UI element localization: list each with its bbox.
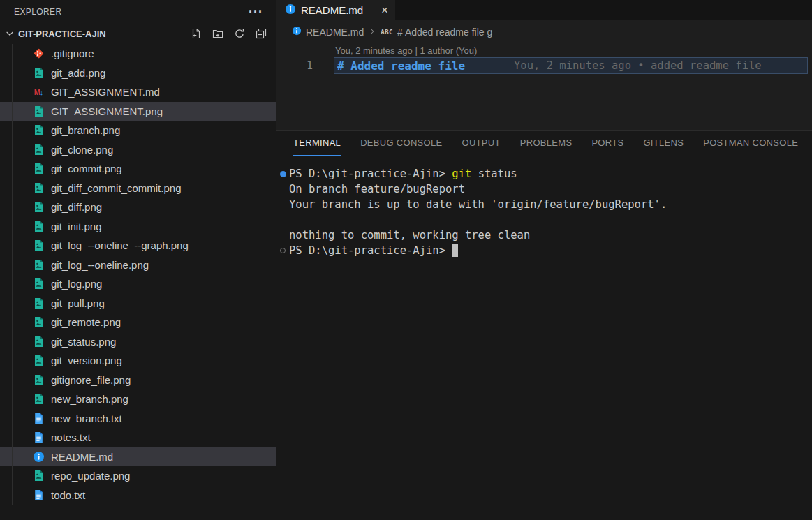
new-folder-icon[interactable] xyxy=(212,27,224,40)
file-name: GIT_ASSIGNMENT.png xyxy=(51,105,163,117)
terminal-line xyxy=(276,212,812,228)
folder-header[interactable]: GIT-PRACTICE-AJIN xyxy=(0,23,276,44)
image-file-icon xyxy=(33,105,45,117)
markdown-heading-text: # Added readme file xyxy=(337,59,465,73)
file-name: notes.txt xyxy=(51,431,91,443)
file-row[interactable]: git_log.png xyxy=(0,274,276,294)
collapse-all-icon[interactable] xyxy=(255,27,267,40)
file-row[interactable]: GIT_ASSIGNMENT.png xyxy=(0,102,276,121)
text-file-icon xyxy=(33,431,45,443)
file-row[interactable]: git_version.png xyxy=(0,351,276,371)
image-file-icon xyxy=(33,393,45,405)
image-file-icon xyxy=(33,124,45,136)
panel-tab-bar: TERMINALDEBUG CONSOLEOUTPUTPROBLEMSPORTS… xyxy=(276,131,812,156)
file-row[interactable]: git_diff.png xyxy=(0,198,276,217)
terminal-command-args: status xyxy=(471,168,517,180)
file-row[interactable]: git_commit.png xyxy=(0,159,276,179)
image-file-icon xyxy=(33,67,45,79)
current-line-highlight: # Added readme file You, 2 minutes ago •… xyxy=(334,57,808,74)
refresh-icon[interactable] xyxy=(233,27,246,40)
explorer-header: EXPLORER ··· xyxy=(0,0,276,23)
file-list: .gitignoregit_add.pngM↓GIT_ASSIGNMENT.md… xyxy=(0,44,276,505)
explorer-sidebar: EXPLORER ··· GIT-PRACTICE-AJIN xyxy=(0,0,276,520)
editor-content[interactable]: You, 2 minutes ago | 1 author (You) 1 # … xyxy=(276,43,812,130)
panel-tab-ports[interactable]: PORTS xyxy=(591,131,623,156)
image-file-icon xyxy=(33,221,45,232)
image-file-icon xyxy=(33,470,45,482)
file-name: git_log_--oneline.png xyxy=(51,259,149,271)
more-actions-icon[interactable]: ··· xyxy=(249,8,263,15)
file-row[interactable]: M↓GIT_ASSIGNMENT.md xyxy=(0,82,276,102)
file-row[interactable]: git_clone.png xyxy=(0,140,276,160)
image-file-icon xyxy=(33,182,45,194)
image-file-icon xyxy=(33,374,45,386)
breadcrumb-symbol[interactable]: # Added readme file g xyxy=(397,27,492,38)
codelens-blame[interactable]: You, 2 minutes ago | 1 author (You) xyxy=(276,43,812,57)
close-icon[interactable]: × xyxy=(381,6,388,15)
file-name: git_status.png xyxy=(51,336,116,348)
explorer-title: EXPLORER xyxy=(14,7,62,17)
text-file-icon xyxy=(33,489,45,501)
tab-readme[interactable]: README.md × xyxy=(276,0,395,20)
terminal-line: PS D:\git-practice-Ajin> xyxy=(276,243,812,258)
file-name: git_branch.png xyxy=(51,124,120,136)
markdown-file-icon: M↓ xyxy=(33,86,45,98)
panel-tab-gitlens[interactable]: GITLENS xyxy=(643,131,684,156)
chevron-right-icon xyxy=(368,26,376,38)
terminal-output: nothing to commit, working tree clean xyxy=(289,229,530,242)
breadcrumb-file[interactable]: README.md xyxy=(306,27,364,38)
file-name: git_init.png xyxy=(51,221,102,232)
command-decoration-icon[interactable] xyxy=(276,248,289,253)
image-file-icon xyxy=(33,259,45,271)
panel-tab-postman-console[interactable]: POSTMAN CONSOLE xyxy=(703,131,798,156)
image-file-icon xyxy=(33,297,45,309)
file-row[interactable]: git_init.png xyxy=(0,217,276,237)
file-row[interactable]: git_diff_commit_commit.png xyxy=(0,179,276,198)
new-file-icon[interactable] xyxy=(190,27,202,40)
file-row[interactable]: git_branch.png xyxy=(0,121,276,140)
image-file-icon xyxy=(33,239,45,251)
file-name: git_diff_commit_commit.png xyxy=(51,182,181,194)
file-name: gitignore_file.png xyxy=(51,374,131,386)
file-row[interactable]: git_status.png xyxy=(0,332,276,352)
file-name: git_pull.png xyxy=(51,297,105,309)
tab-label: README.md xyxy=(301,4,363,16)
file-row[interactable]: new_branch.png xyxy=(0,389,276,409)
image-file-icon xyxy=(33,163,45,174)
file-row[interactable]: git_remote.png xyxy=(0,313,276,332)
file-name: git_commit.png xyxy=(51,163,122,174)
symbol-string-icon: ABC xyxy=(381,29,393,36)
file-row[interactable]: notes.txt xyxy=(0,428,276,447)
file-row[interactable]: git_log_--oneline.png xyxy=(0,255,276,275)
file-row[interactable]: git_pull.png xyxy=(0,294,276,313)
info-file-icon xyxy=(33,451,45,463)
folder-name: GIT-PRACTICE-AJIN xyxy=(18,29,106,39)
command-decoration-icon[interactable] xyxy=(276,171,289,177)
file-row[interactable]: git_log_--oneline_--graph.png xyxy=(0,236,276,255)
file-row[interactable]: git_add.png xyxy=(0,64,276,83)
line-number: 1 xyxy=(276,59,313,72)
terminal-prompt: PS D:\git-practice-Ajin> xyxy=(289,168,452,180)
file-name: repo_update.png xyxy=(51,470,130,482)
file-row[interactable]: .gitignore xyxy=(0,44,276,64)
file-row[interactable]: todo.txt xyxy=(0,486,276,505)
image-file-icon xyxy=(33,355,45,366)
file-name: .gitignore xyxy=(51,47,94,59)
file-row[interactable]: gitignore_file.png xyxy=(0,371,276,390)
panel-tab-output[interactable]: OUTPUT xyxy=(462,131,500,156)
file-name: git_log_--oneline_--graph.png xyxy=(51,239,189,251)
image-file-icon xyxy=(33,144,45,156)
file-row[interactable]: repo_update.png xyxy=(0,466,276,486)
terminal-cursor xyxy=(452,244,458,257)
terminal-command: git xyxy=(452,168,471,180)
panel-tab-terminal[interactable]: TERMINAL xyxy=(293,131,341,156)
file-name: git_clone.png xyxy=(51,144,113,156)
file-name: git_add.png xyxy=(51,67,105,79)
editor-area: README.md × README.md ABC # Added readme… xyxy=(276,0,812,520)
panel-tab-problems[interactable]: PROBLEMS xyxy=(520,131,573,156)
file-row[interactable]: new_branch.txt xyxy=(0,409,276,429)
panel-tab-debug-console[interactable]: DEBUG CONSOLE xyxy=(360,131,442,156)
terminal-prompt: PS D:\git-practice-Ajin> xyxy=(289,244,452,257)
file-row[interactable]: README.md xyxy=(0,447,276,467)
terminal[interactable]: PS D:\git-practice-Ajin> git statusOn br… xyxy=(276,156,812,258)
